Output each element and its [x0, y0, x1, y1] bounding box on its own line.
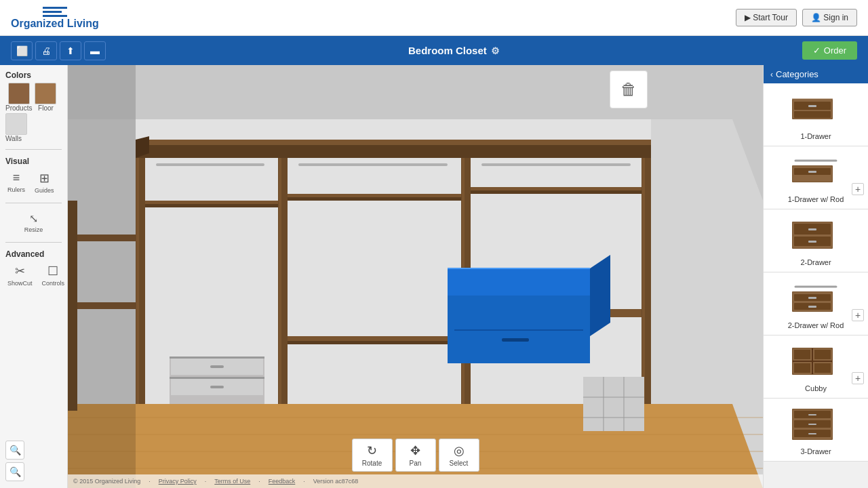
floor-swatch-row: Floor: [35, 83, 56, 112]
svg-rect-48: [454, 329, 583, 331]
colors-title: Colors: [5, 70, 62, 80]
svg-rect-17: [145, 204, 278, 207]
zoom-out-button[interactable]: 🔍: [5, 462, 24, 481]
colors-section: Colors Products Floor Walls: [5, 70, 62, 142]
print-button[interactable]: 🖨: [35, 41, 57, 60]
product-color-swatch[interactable]: [8, 83, 30, 104]
select-button[interactable]: ◎ Select: [439, 439, 479, 472]
start-tour-button[interactable]: ▶ Start Tour: [736, 9, 797, 26]
divider-2: [5, 203, 62, 203]
svg-rect-33: [170, 357, 264, 359]
logo-area: Organized Living: [11, 7, 99, 29]
svg-rect-22: [288, 197, 461, 201]
visual-row: ≡ Rulers ⊞ Guides: [5, 169, 62, 196]
controls-label: Controls: [42, 280, 65, 287]
products-label: Products: [5, 104, 32, 112]
divider-3: [5, 242, 62, 243]
view-toggle-button[interactable]: ▬: [84, 41, 106, 60]
select-icon: ◎: [454, 443, 465, 458]
1drawer-rod-label: 1-Drawer w/ Rod: [788, 195, 844, 203]
walls-color-swatch[interactable]: [5, 113, 27, 135]
svg-rect-13: [136, 158, 139, 404]
1drawer-rod-image: [785, 152, 846, 192]
2drawer-rod-label: 2-Drawer w/ Rod: [788, 321, 844, 329]
svg-rect-63: [808, 171, 816, 173]
1drawer-label: 1-Drawer: [800, 132, 831, 140]
logo-line-2: [43, 11, 62, 13]
svg-rect-49: [502, 338, 529, 342]
add-2drawer-rod-icon[interactable]: +: [852, 309, 864, 321]
category-item-2drawer-rod[interactable]: 2-Drawer w/ Rod +: [764, 272, 868, 336]
3drawer-image: [785, 404, 846, 445]
rulers-icon: ≡: [13, 171, 20, 185]
product-swatch-row: Products: [5, 83, 32, 112]
categories-label: Categories: [776, 69, 818, 79]
2drawer-image: [785, 215, 846, 256]
rotate-label: Rotate: [362, 460, 382, 467]
svg-rect-34: [170, 377, 264, 379]
feedback-link[interactable]: Feedback: [269, 478, 296, 485]
rulers-button[interactable]: ≡ Rulers: [5, 169, 27, 196]
pan-icon: ✥: [410, 443, 420, 458]
zoom-buttons: 🔍 🔍: [5, 441, 24, 481]
floor-color-swatch[interactable]: [35, 83, 56, 104]
walls-swatch-row: Walls: [5, 113, 62, 142]
showcut-label: ShowCut: [7, 280, 33, 287]
separator-1: ·: [149, 478, 151, 485]
order-button[interactable]: ✓ Order: [802, 41, 857, 60]
privacy-policy-link[interactable]: Privacy Policy: [159, 478, 197, 485]
svg-rect-10: [136, 140, 651, 145]
advanced-row: ✂ ShowCut ☐ Controls: [5, 262, 62, 289]
logo-line-1: [43, 7, 67, 9]
add-cubby-icon[interactable]: +: [852, 372, 864, 384]
scissors-icon: ✂: [15, 264, 25, 279]
settings-icon[interactable]: ⚙: [491, 45, 500, 56]
category-item-1drawer[interactable]: 1-Drawer: [764, 83, 868, 146]
select-label: Select: [450, 460, 469, 467]
advanced-title: Advanced: [5, 249, 62, 259]
closet-scene: [68, 65, 763, 488]
svg-rect-53: [68, 65, 136, 488]
category-item-2drawer[interactable]: 2-Drawer: [764, 209, 868, 272]
category-item-cubby[interactable]: Cubby +: [764, 336, 868, 399]
svg-marker-44: [448, 268, 590, 296]
view-toggle-icon: ▬: [90, 45, 100, 56]
controls-button[interactable]: ☐ Controls: [40, 262, 67, 289]
visual-title: Visual: [5, 157, 62, 166]
svg-rect-39: [583, 377, 644, 431]
resize-label: Resize: [24, 226, 43, 233]
svg-rect-76: [808, 306, 816, 308]
add-1drawer-rod-icon[interactable]: +: [852, 183, 864, 195]
guides-label: Guides: [35, 187, 54, 194]
rotate-icon: ↻: [367, 443, 377, 458]
terms-link[interactable]: Terms of Use: [214, 478, 250, 485]
rotate-button[interactable]: ↻ Rotate: [352, 439, 393, 472]
sign-in-button[interactable]: 👤 Sign in: [802, 9, 857, 26]
canvas-area[interactable]: 🗑 ↻ Rotate ✥ Pan ◎ Select © 2015 Organiz…: [68, 65, 763, 488]
main-area: Colors Products Floor Walls Visual: [0, 65, 868, 488]
zoom-in-button[interactable]: 🔍: [5, 441, 24, 460]
svg-rect-83: [814, 350, 831, 359]
svg-rect-74: [808, 297, 816, 299]
logo-lines: [43, 7, 67, 17]
svg-rect-29: [471, 190, 642, 194]
visual-section: Visual ≡ Rulers ⊞ Guides: [5, 157, 62, 196]
delete-button[interactable]: 🗑: [610, 70, 648, 108]
showcut-button[interactable]: ✂ ShowCut: [5, 262, 35, 289]
copyright-text: © 2015 Organized Living: [73, 478, 140, 485]
guides-icon: ⊞: [39, 171, 50, 186]
check-icon: ✓: [813, 45, 821, 56]
pan-button[interactable]: ✥ Pan: [395, 439, 436, 472]
svg-rect-85: [814, 363, 831, 373]
bottom-toolbar: ↻ Rotate ✥ Pan ◎ Select: [348, 439, 484, 472]
view-2d-icon: ⬜: [16, 45, 28, 56]
share-button[interactable]: ⬆: [60, 41, 81, 60]
divider-1: [5, 149, 62, 150]
view-2d-button[interactable]: ⬜: [11, 41, 33, 60]
category-item-1drawer-rod[interactable]: 1-Drawer w/ Rod +: [764, 146, 868, 209]
guides-button[interactable]: ⊞ Guides: [33, 169, 56, 196]
category-item-3drawer[interactable]: 3-Drawer: [764, 399, 868, 462]
right-panel: ‹ Categories 1-Drawer: [763, 65, 868, 488]
resize-button[interactable]: ⤡ Resize: [5, 210, 62, 235]
svg-rect-93: [808, 433, 816, 434]
